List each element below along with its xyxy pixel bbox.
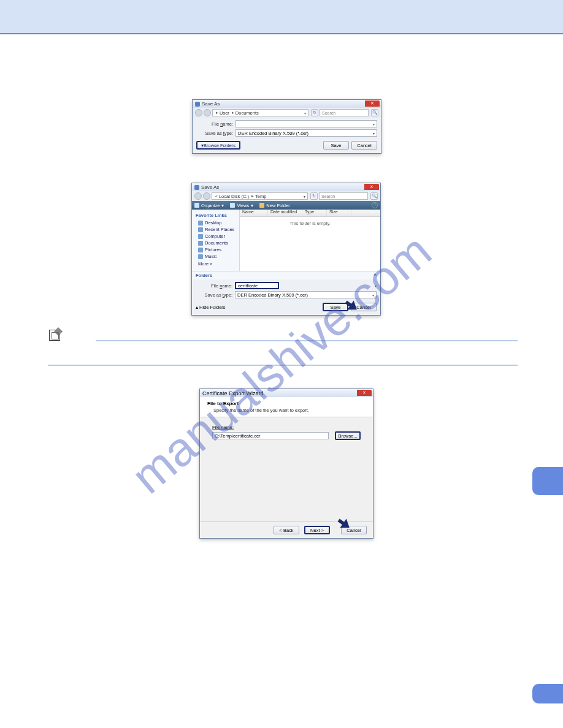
address-bar-row: ▸ User ▸ Documents ▾ ↻ Search 🔍 (193, 108, 381, 118)
help-icon[interactable]: ? (372, 202, 378, 208)
title-bar: Save As ✕ (192, 183, 380, 191)
window-title: Certificate Export Wizard (202, 390, 264, 396)
side-tab-lower[interactable] (532, 684, 563, 703)
file-path-input[interactable]: C:\Temp\certificate.cer (212, 432, 329, 439)
file-name-input[interactable]: ▾ (236, 120, 377, 127)
folders-toggle[interactable]: Folders^ (192, 271, 380, 279)
favorites-sidebar: Favorite Links Desktop Recent Places Com… (192, 210, 240, 271)
toolbar: Organize ▾ Views ▾ New Folder ? (192, 201, 380, 210)
sidebar-more[interactable]: More » (192, 260, 239, 268)
close-button[interactable]: ✕ (364, 184, 379, 190)
save-type-dropdown[interactable]: DER Encoded Binary X.509 (*.cer)▾ (235, 291, 377, 298)
sidebar-item-computer[interactable]: Computer (192, 233, 239, 240)
column-headers[interactable]: Name Date modified Type Size (240, 210, 380, 217)
nav-back-button[interactable] (194, 192, 202, 200)
nav-forward-button[interactable] (203, 192, 210, 200)
search-input[interactable]: Search (319, 192, 368, 200)
note-divider-top (96, 340, 518, 341)
address-bar-row: « Local Disk (C:) ▸ Temp ▾ ↻ Search 🔍 (192, 191, 380, 201)
close-button[interactable]: ✕ (357, 390, 372, 396)
title-bar: Certificate Export Wizard ✕ (200, 389, 373, 397)
wizard-heading-section: File to Export Specify the name of the f… (200, 397, 373, 417)
sidebar-item-desktop[interactable]: Desktop (192, 219, 239, 226)
views-menu[interactable]: Views ▾ (230, 203, 253, 208)
page-header-banner (0, 0, 563, 34)
browse-folders-button[interactable]: ▾ Browse Folders (196, 141, 240, 150)
file-list-pane: Name Date modified Type Size This folder… (240, 210, 380, 271)
sidebar-item-music[interactable]: Music (192, 253, 239, 260)
window-title: Save As (201, 184, 219, 190)
window-title: Save As (202, 101, 220, 107)
side-tab-upper[interactable] (532, 467, 563, 495)
empty-folder-text: This folder is empty. (240, 217, 380, 271)
wizard-subheading: Specify the name of the file you want to… (207, 408, 366, 413)
file-name-label: File name: (196, 121, 233, 127)
search-icon[interactable]: 🔍 (371, 109, 378, 116)
sidebar-item-pictures[interactable]: Pictures (192, 246, 239, 253)
nav-forward-button[interactable] (204, 109, 211, 116)
save-type-label: Save as type: (196, 131, 233, 136)
browse-button[interactable]: Browse... (335, 431, 361, 440)
save-type-label: Save as type: (196, 292, 232, 298)
search-icon[interactable]: 🔍 (370, 192, 378, 200)
organize-menu[interactable]: Organize ▾ (194, 203, 224, 208)
file-name-label: File name: (212, 425, 361, 430)
note-divider-bottom (48, 365, 518, 366)
refresh-icon[interactable]: ↻ (310, 192, 318, 200)
sidebar-header: Favorite Links (192, 211, 239, 219)
breadcrumb[interactable]: « Local Disk (C:) ▸ Temp ▾ (212, 192, 308, 200)
wizard-heading: File to Export (207, 401, 366, 406)
breadcrumb-segment: Temp (255, 194, 266, 199)
save-type-dropdown[interactable]: DER Encoded Binary X.509 (*.cer)▾ (236, 129, 377, 137)
close-button[interactable]: ✕ (365, 100, 380, 107)
sidebar-item-documents[interactable]: Documents (192, 240, 239, 246)
save-as-dialog-expanded: Save As ✕ « Local Disk (C:) ▸ Temp ▾ ↻ S… (191, 183, 381, 316)
ie-icon (195, 102, 200, 107)
save-button[interactable]: Save (323, 141, 349, 150)
nav-back-button[interactable] (195, 109, 202, 116)
next-button[interactable]: Next > (304, 526, 330, 534)
certificate-export-wizard: Certificate Export Wizard ✕ File to Expo… (199, 389, 373, 539)
file-name-input[interactable]: certificate (235, 282, 279, 289)
note-icon (49, 330, 60, 341)
breadcrumb-segment: Local Disk (C:) (219, 194, 249, 199)
ie-icon (194, 185, 199, 190)
breadcrumb[interactable]: ▸ User ▸ Documents ▾ (212, 109, 308, 116)
search-input[interactable]: Search (320, 109, 369, 116)
hide-folders-button[interactable]: ▴ Hide Folders (196, 305, 226, 310)
callout-arrow-icon (337, 518, 351, 529)
cancel-button[interactable]: Cancel (351, 141, 377, 150)
refresh-icon[interactable]: ↻ (311, 109, 318, 116)
breadcrumb-segment: User (220, 110, 229, 116)
sidebar-item-recent[interactable]: Recent Places (192, 226, 239, 233)
back-button[interactable]: < Back (274, 526, 299, 534)
title-bar: Save As ✕ (193, 100, 381, 108)
new-folder-button[interactable]: New Folder (259, 203, 289, 208)
save-as-dialog-collapsed: Save As ✕ ▸ User ▸ Documents ▾ ↻ Search … (192, 99, 381, 154)
breadcrumb-segment: Documents (236, 110, 259, 116)
callout-arrow-icon (345, 300, 358, 311)
file-name-label: File name: (196, 283, 232, 289)
